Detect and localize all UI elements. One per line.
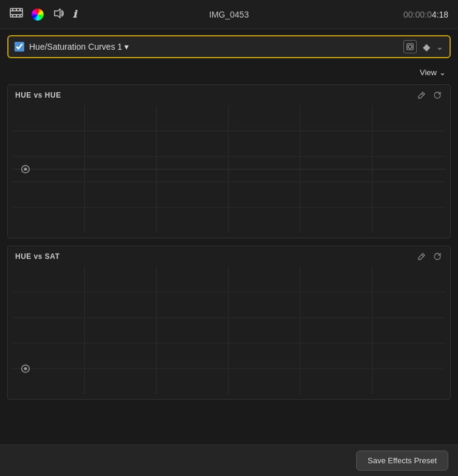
top-bar: ℹ IMG_0453 00:00:04:18 bbox=[0, 0, 458, 29]
hue-vs-hue-reset-button[interactable] bbox=[432, 90, 443, 101]
hue-vs-sat-label: HUE vs SAT bbox=[15, 252, 59, 261]
hue-vs-hue-section: HUE vs HUE bbox=[7, 84, 451, 238]
info-icon[interactable]: ℹ bbox=[73, 8, 76, 20]
save-effects-preset-button[interactable]: Save Effects Preset bbox=[356, 451, 448, 471]
view-button[interactable]: View ⌄ bbox=[417, 67, 448, 78]
hue-vs-sat-section: HUE vs SAT bbox=[7, 246, 451, 400]
hue-vs-sat-canvas[interactable] bbox=[13, 267, 445, 394]
timecode-bright: 4:18 bbox=[432, 10, 448, 19]
effect-name-label: Hue/Saturation Curves 1 ▾ bbox=[29, 42, 399, 52]
svg-rect-4 bbox=[16, 9, 17, 11]
timecode-dim: 00:00:0 bbox=[403, 10, 432, 19]
timecode-display: 00:00:04:18 bbox=[403, 10, 448, 19]
hue-vs-sat-eyedropper-button[interactable] bbox=[416, 251, 427, 262]
view-chevron-icon: ⌄ bbox=[439, 68, 446, 77]
svg-line-12 bbox=[422, 93, 423, 95]
svg-point-24 bbox=[24, 168, 27, 171]
svg-point-37 bbox=[24, 367, 27, 370]
svg-rect-5 bbox=[19, 9, 21, 11]
effect-keyframe-diamond-icon[interactable]: ◆ bbox=[423, 41, 430, 53]
svg-rect-7 bbox=[16, 15, 17, 16]
svg-marker-9 bbox=[55, 9, 60, 18]
hue-vs-hue-canvas[interactable] bbox=[13, 106, 445, 233]
hue-vs-hue-label: HUE vs HUE bbox=[15, 91, 61, 99]
effect-icon-group: ◆ ⌄ bbox=[403, 40, 443, 53]
hue-vs-hue-actions bbox=[416, 90, 443, 101]
color-wheel-icon[interactable] bbox=[32, 8, 44, 21]
hue-vs-hue-eyedropper-button[interactable] bbox=[416, 90, 427, 101]
svg-rect-3 bbox=[12, 9, 13, 11]
svg-rect-8 bbox=[19, 15, 21, 16]
effect-header-row: Hue/Saturation Curves 1 ▾ ◆ ⌄ bbox=[7, 35, 451, 58]
hue-vs-sat-reset-button[interactable] bbox=[432, 251, 443, 262]
hue-vs-sat-header: HUE vs SAT bbox=[8, 246, 450, 264]
view-row: View ⌄ bbox=[0, 64, 458, 82]
effect-enable-checkbox[interactable] bbox=[15, 42, 24, 52]
bottom-bar: Save Effects Preset bbox=[0, 444, 458, 476]
view-label: View bbox=[420, 68, 437, 77]
svg-rect-6 bbox=[12, 15, 13, 16]
filename-label: IMG_0453 bbox=[209, 10, 249, 19]
hue-vs-hue-header: HUE vs HUE bbox=[8, 85, 450, 103]
effect-collapse-chevron-icon[interactable]: ⌄ bbox=[436, 42, 443, 52]
film-icon[interactable] bbox=[10, 7, 23, 21]
top-bar-left: ℹ bbox=[10, 7, 76, 21]
effect-name-chevron-icon: ▾ bbox=[124, 42, 129, 52]
audio-icon[interactable] bbox=[52, 8, 64, 21]
effect-preview-icon[interactable] bbox=[403, 40, 417, 53]
hue-vs-sat-actions bbox=[416, 251, 443, 262]
svg-point-11 bbox=[408, 45, 412, 49]
svg-line-26 bbox=[422, 255, 423, 256]
